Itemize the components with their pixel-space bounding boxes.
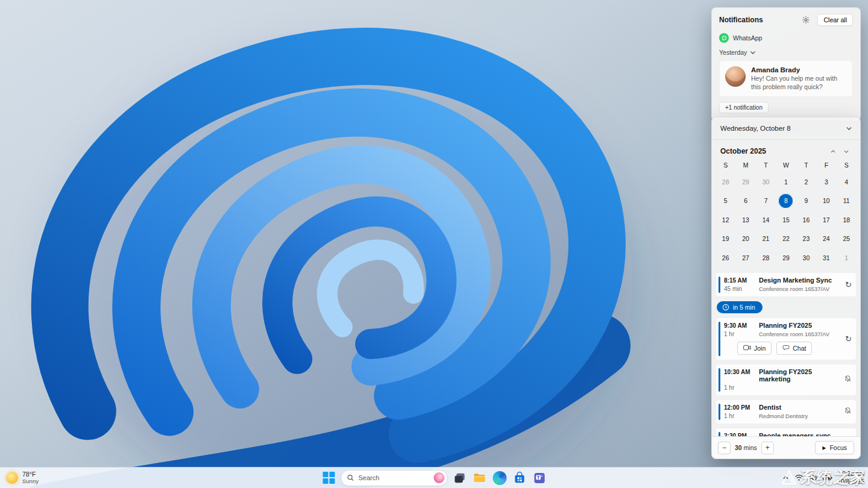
agenda-event-card[interactable]: 8:15 AM Design Marketing Sync 45 min Con…: [715, 272, 857, 297]
agenda-event-card[interactable]: 12:00 PM Dentist 1 hr Redmond Dentistry …: [715, 399, 857, 424]
event-action-label: Chat: [793, 345, 806, 352]
event-action-button[interactable]: Chat: [776, 342, 812, 355]
focus-plus-button[interactable]: +: [761, 442, 774, 454]
calendar-day-cell[interactable]: 30: [796, 248, 816, 267]
clock[interactable]: 9:28 AM 10/8/2025: [838, 470, 865, 486]
rsvp-icon[interactable]: ↻: [845, 280, 852, 289]
task-view-icon: [453, 472, 466, 484]
calendar-day-cell[interactable]: 19: [715, 230, 735, 249]
wifi-icon[interactable]: [794, 474, 804, 481]
calendar-grid: 2829301234567891011121314151617181920212…: [712, 172, 860, 267]
avatar: [725, 66, 746, 87]
calendar-day-cell[interactable]: 9: [796, 192, 816, 211]
more-notifications-button[interactable]: +1 notification: [719, 102, 769, 113]
system-tray: 9:28 AM 10/8/2025: [782, 468, 865, 488]
weather-text: 78°F Sunny: [22, 471, 39, 484]
teams-button[interactable]: [532, 470, 547, 486]
notification-settings-icon[interactable]: [799, 14, 813, 26]
clear-all-button[interactable]: Clear all: [817, 14, 853, 26]
event-time: 8:15 AM: [724, 277, 754, 284]
calendar-day-cell[interactable]: 28: [715, 172, 735, 192]
calendar-day-cell[interactable]: 8: [776, 192, 796, 211]
calendar-day-cell[interactable]: 13: [735, 210, 755, 230]
file-explorer-button[interactable]: [472, 470, 488, 486]
focus-duration-value: 30: [735, 444, 742, 451]
teams-icon: [533, 472, 546, 484]
edge-icon: [492, 471, 506, 485]
event-location: Conference room 16537/AV: [759, 331, 829, 337]
focus-minus-button[interactable]: −: [718, 442, 731, 454]
calendar-day-cell[interactable]: 29: [735, 172, 755, 192]
calendar-day-cell[interactable]: 30: [756, 172, 776, 192]
calendar-day-cell[interactable]: 7: [756, 192, 776, 211]
agenda-event-card[interactable]: 10:30 AM Planning FY2025 marketing 1 hr …: [715, 364, 857, 396]
reminder-badge-text: in 5 min: [733, 304, 755, 311]
microsoft-store-button[interactable]: [512, 470, 527, 486]
calendar-day-cell[interactable]: 16: [796, 210, 816, 230]
calendar-day-cell[interactable]: 15: [776, 210, 796, 230]
calendar-day-cell[interactable]: 23: [796, 230, 816, 249]
calendar-day-cell[interactable]: 29: [776, 248, 796, 267]
focus-duration-unit: mins: [744, 444, 757, 451]
event-location: Redmond Dentistry: [759, 413, 808, 419]
event-action-button[interactable]: Join: [737, 342, 772, 355]
event-title: People managers sync: [759, 432, 831, 437]
battery-icon[interactable]: [823, 475, 832, 481]
event-location: Conference room 16537/AV: [759, 286, 829, 292]
bloom-wallpaper-art: [0, 0, 729, 488]
calendar-day-cell[interactable]: 11: [837, 192, 857, 211]
calendar-day-cell[interactable]: 20: [735, 230, 755, 249]
notification-card[interactable]: Amanda Brady Hey! Can you help me out wi…: [719, 60, 853, 97]
volume-icon[interactable]: [809, 474, 817, 481]
play-icon: ▶: [822, 445, 826, 451]
calendar-day-cell[interactable]: 22: [776, 230, 796, 249]
agenda-event-card[interactable]: 2:30 PM People managers sync 1 hr ↻: [715, 428, 857, 437]
weather-widget[interactable]: 78°F Sunny: [6, 468, 39, 488]
chevron-down-icon: [750, 50, 756, 55]
event-duration: 1 hr: [724, 331, 754, 337]
calendar-day-cell[interactable]: 25: [837, 230, 857, 249]
calendar-day-cell[interactable]: 12: [715, 210, 735, 230]
calendar-day-cell[interactable]: 27: [735, 248, 755, 267]
chat-icon: [782, 344, 790, 352]
calendar-day-cell[interactable]: 6: [735, 192, 755, 211]
store-icon: [513, 472, 526, 484]
calendar-day-cell[interactable]: 26: [715, 248, 735, 267]
calendar-day-cell[interactable]: 14: [756, 210, 776, 230]
start-button[interactable]: [321, 470, 337, 486]
focus-start-label: Focus: [829, 444, 847, 451]
calendar-day-cell[interactable]: 1: [776, 172, 796, 192]
calendar-day-cell[interactable]: 18: [837, 210, 857, 230]
notification-group[interactable]: Yesterday: [719, 49, 853, 56]
calendar-day-cell[interactable]: 28: [756, 248, 776, 267]
calendar-collapse-button[interactable]: [842, 122, 855, 134]
calendar-day-cell[interactable]: 2: [796, 172, 816, 192]
event-buttons: Join Chat: [737, 342, 840, 355]
tray-overflow-chevron[interactable]: [782, 475, 789, 480]
edge-button[interactable]: [492, 470, 508, 486]
camera-icon: [743, 345, 751, 352]
calendar-day-cell[interactable]: 5: [715, 192, 735, 211]
calendar-day-cell[interactable]: 24: [816, 230, 836, 249]
calendar-day-cell[interactable]: 1: [837, 248, 857, 267]
focus-start-button[interactable]: ▶ Focus: [815, 441, 854, 454]
notifications-header: Notifications Clear all: [719, 14, 853, 26]
calendar-day-cell[interactable]: 17: [816, 210, 836, 230]
clock-icon: [722, 304, 729, 311]
event-time: 2:30 PM: [724, 433, 754, 437]
task-view-button[interactable]: [452, 470, 468, 486]
calendar-weekday-row: SMTWTFS: [712, 158, 860, 172]
search-input[interactable]: Search: [341, 470, 448, 486]
calendar-next-month-button[interactable]: [840, 146, 853, 157]
calendar-day-cell[interactable]: 31: [816, 248, 836, 267]
agenda-event-card[interactable]: 9:30 AM Planning FY2025 1 hr Conference …: [715, 318, 857, 360]
calendar-day-cell[interactable]: 3: [816, 172, 836, 192]
rsvp-icon[interactable]: ↻: [845, 334, 852, 343]
notification-app-row: WhatsApp: [719, 33, 853, 43]
calendar-day-cell[interactable]: 10: [816, 192, 836, 211]
calendar-prev-month-button[interactable]: [826, 146, 840, 157]
calendar-weekday-label: S: [837, 158, 857, 172]
calendar-day-cell[interactable]: 4: [837, 172, 857, 192]
calendar-day-cell[interactable]: 21: [756, 230, 776, 249]
whatsapp-icon: [719, 33, 729, 43]
